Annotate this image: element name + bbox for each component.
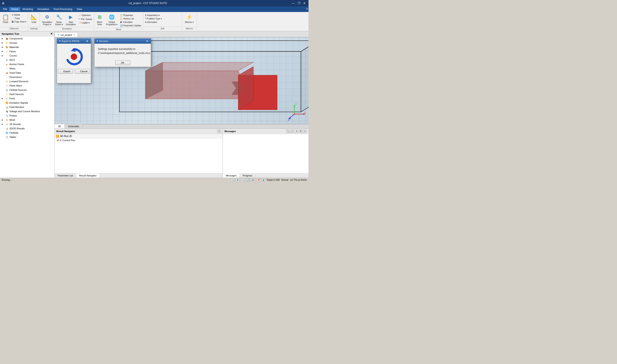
result-nav-tab[interactable]: Result Navigator: [76, 173, 100, 178]
macros-btn[interactable]: ⚡ Macros ▾: [184, 13, 195, 24]
status-text: Running...: [2, 179, 12, 181]
tree-item-1d-results[interactable]: ▶ 📈 1D Results: [0, 122, 54, 126]
groups-label: Groups: [9, 41, 17, 44]
tree-item-ports[interactable]: ▶ ⊏ Ports: [0, 96, 54, 101]
parametric-update-label: Parametric Update: [123, 25, 141, 27]
parameters-btn[interactable]: § Parameters ▾: [144, 14, 163, 17]
tree-item-lumped-elements[interactable]: ▶ ⊡ Lumped Elements: [0, 79, 54, 83]
properties-btn[interactable]: 📋 Properties: [119, 14, 142, 17]
tree-item-groups[interactable]: ▶ 📁 Groups: [0, 41, 54, 45]
success-dialog-close[interactable]: ✕: [145, 39, 149, 43]
status-btn-6[interactable]: 📌: [256, 178, 260, 182]
tree-item-wires[interactable]: ▶ 〰 Wires: [0, 66, 54, 71]
status-bar: Running... 🔍 ⚙ 🔍 🔄 ⊞ 📌 🖥 Raster=1.000 No…: [0, 178, 308, 182]
msg-warning-btn[interactable]: ⚠: [291, 130, 294, 133]
tab-close-btn[interactable]: ✕: [73, 34, 75, 36]
ok-btn[interactable]: OK: [115, 60, 130, 65]
minimize-btn[interactable]: —: [291, 1, 296, 6]
tree-item-field-monitors[interactable]: ▶ 📊 Field Monitors: [0, 105, 54, 109]
delete-btn[interactable]: ✕ Delete: [11, 13, 27, 16]
view-tab-3d[interactable]: 3D: [55, 124, 65, 129]
tree-item-faces[interactable]: ▶ ▭ Faces: [0, 49, 54, 53]
problem-type-btn[interactable]: ? Problem Type ▾: [144, 17, 163, 20]
param-list-tab[interactable]: Parameter List: [55, 173, 76, 178]
project-tab[interactable]: ✦ cst_project ✕: [55, 32, 78, 37]
setup-solver-btn[interactable]: 🔧 SetupSolver ▾: [54, 13, 64, 26]
tree-item-wcs[interactable]: ▶ ⊕ WCS: [0, 58, 54, 62]
msg-info-btn[interactable]: ℹ: [295, 130, 298, 133]
probes-label: Probes: [9, 114, 17, 117]
tree-item-components[interactable]: ▶ 📦 Components: [0, 36, 54, 41]
status-btn-1[interactable]: 🔍: [231, 178, 234, 182]
tree-item-field-sources[interactable]: ▶ ⚡ Field Sources: [0, 92, 54, 96]
status-btn-3[interactable]: 🔍: [241, 178, 244, 182]
status-btn-5[interactable]: ⊞: [251, 178, 255, 182]
paste-btn[interactable]: 📋 Paste: [1, 13, 10, 24]
tree-item-2d3d-results[interactable]: ▶ 📊 2D/3D Results: [0, 126, 54, 130]
units-label: Units: [31, 21, 36, 23]
calculator-label: Calculator: [123, 21, 132, 23]
tree-item-farfield-sources[interactable]: ▶ 📡 Farfield Sources: [0, 88, 54, 92]
tree-item-excitation-signals[interactable]: ▶ 📶 Excitation Signals: [0, 101, 54, 105]
status-btn-4[interactable]: 🔄: [246, 178, 250, 182]
global-props-btn[interactable]: 🌐 GlobalProperties ▾: [105, 13, 119, 26]
progress-tab[interactable]: Progress: [240, 173, 255, 178]
mesh-view-btn[interactable]: ⊞ MeshView: [95, 13, 104, 26]
expand-groups: ▶: [2, 42, 4, 44]
voltage-label: Voltage and Current Monitors: [9, 110, 40, 113]
status-btn-2[interactable]: ⚙: [236, 178, 239, 182]
result-item-current-run[interactable]: 📌 0: Current Run: [55, 139, 223, 142]
tree-item-dimensions[interactable]: ▶ ↔ Dimensions: [0, 75, 54, 79]
par-sweep-btn[interactable]: 〜 Par. Sweep: [78, 17, 93, 21]
messages-close[interactable]: ✕: [303, 130, 307, 133]
menu-postprocessing[interactable]: Post-Processing: [52, 7, 74, 11]
menu-simulation[interactable]: Simulation: [35, 7, 52, 11]
view-tab-schematic[interactable]: Schematic: [65, 124, 83, 129]
status-btn-7[interactable]: 🖥: [262, 178, 265, 182]
current-run-label: 0: Current Run: [60, 139, 75, 142]
tree-item-probes[interactable]: ▶ 🔍 Probes: [0, 114, 54, 118]
menu-file[interactable]: File: [1, 7, 9, 11]
copy-view-icon: 🖼: [12, 21, 14, 23]
units-label: um THz ps Kelvin: [290, 179, 307, 181]
global-props-label: GlobalProperties ▾: [106, 21, 117, 26]
par-sweep-icon: 〜: [78, 18, 80, 21]
export-ipkiss-dialog: ✦ Export to IPKISS ✕: [57, 38, 91, 83]
macros-label-sec: Macros: [183, 27, 196, 30]
information-btn[interactable]: ℹ Information: [144, 21, 163, 24]
menu-view[interactable]: View: [74, 7, 84, 11]
maximize-btn[interactable]: ❐: [296, 1, 301, 6]
result-navigator-close[interactable]: ✕: [217, 130, 221, 133]
menu-modeling[interactable]: Modeling: [20, 7, 35, 11]
tree-item-mesh[interactable]: ▶ ⊞ Mesh: [0, 118, 54, 122]
nav-tree-close[interactable]: ✕: [50, 32, 53, 35]
tree-item-voxel-data[interactable]: ▶ ▦ Voxel Data: [0, 71, 54, 75]
calculator-btn[interactable]: 🖩 Calculator: [119, 21, 142, 24]
tree-item-curves[interactable]: ▶ ⌒ Curves: [0, 53, 54, 58]
tree-item-voltage-current[interactable]: ▶ 🔌 Voltage and Current Monitors: [0, 109, 54, 114]
parametric-update-btn[interactable]: 🔄 Parametric Update: [119, 24, 142, 27]
messages-tab[interactable]: Messages: [223, 173, 240, 178]
copy-btn[interactable]: 📄 Copy: [11, 17, 27, 20]
2d3d-label: 2D/3D Results: [9, 127, 25, 130]
tree-item-materials[interactable]: ▶ 🎨 Materials: [0, 45, 54, 49]
tree-item-tables[interactable]: ▶ 📋 Tables: [0, 135, 54, 139]
tree-item-anchor-points[interactable]: ▶ ◈ Anchor Points: [0, 62, 54, 66]
export-btn[interactable]: Export: [58, 69, 73, 74]
start-sim-btn[interactable]: ▶ StartSimulation: [65, 13, 77, 26]
logfile-btn[interactable]: 📝 Logfile ▾: [78, 21, 93, 25]
copy-view-btn[interactable]: 🖼 Copy View ▾: [11, 20, 27, 23]
menu-home[interactable]: Home: [9, 7, 20, 11]
msg-filter-btn[interactable]: 🔍: [286, 130, 290, 133]
close-btn[interactable]: ✕: [302, 1, 307, 6]
cancel-btn[interactable]: Cancel: [75, 69, 90, 74]
sim-project-btn[interactable]: ⚙ SimulationProject ▾: [41, 13, 53, 26]
help-btn[interactable]: ?: [306, 8, 308, 11]
optimizer-btn[interactable]: 📈 Optimizer: [78, 14, 93, 17]
tree-item-plane-wave[interactable]: ▶ ↗ Plane Wave: [0, 83, 54, 88]
history-list-btn[interactable]: 📜 History List: [119, 17, 142, 20]
msg-list-btn[interactable]: ☰: [299, 130, 303, 133]
tree-item-farfields[interactable]: ▶ 🌐 Farfields: [0, 130, 54, 135]
export-dialog-close[interactable]: ✕: [85, 39, 89, 43]
units-btn[interactable]: 📐 Units: [29, 13, 39, 24]
